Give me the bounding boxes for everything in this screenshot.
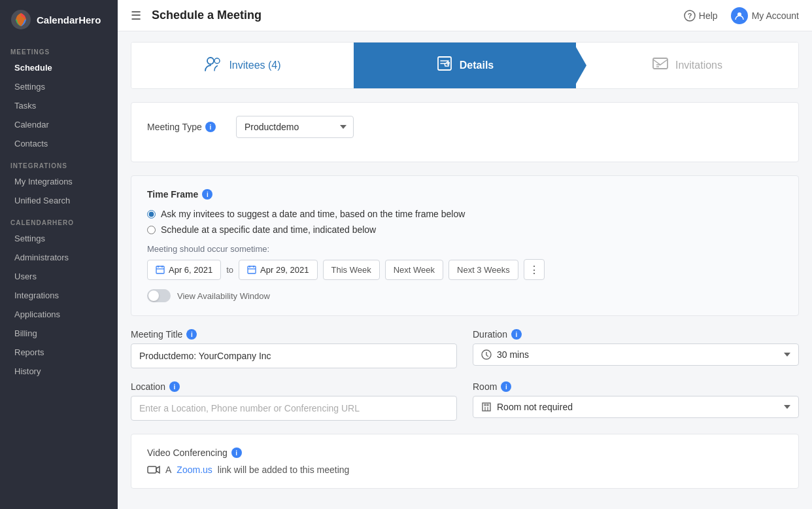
svg-rect-24	[484, 404, 486, 406]
radio-specific-time[interactable]: Schedule at a specific date and time, in…	[147, 224, 783, 235]
more-options-button[interactable]: ⋮	[524, 259, 545, 280]
sidebar-item-integrations[interactable]: Integrations	[0, 286, 118, 305]
topbar: ☰ Schedule a Meeting ? Help My Account	[118, 0, 812, 31]
calendar-icon-start	[156, 265, 165, 274]
meeting-type-section: Meeting Type i Productdemo Quick Chat Co…	[131, 102, 799, 162]
timeframe-sub-label: Meeting should occur sometime:	[147, 244, 783, 254]
timeframe-info-icon[interactable]: i	[202, 189, 212, 200]
date-range-row: Apr 6, 2021 to Apr 29, 2021 This Week Ne…	[147, 259, 783, 280]
sidebar: CalendarHero MEETINGS Schedule Settings …	[0, 0, 118, 509]
duration-select[interactable]: 15 mins 30 mins 45 mins 60 mins 90 mins	[497, 349, 779, 360]
duration-info-icon[interactable]: i	[511, 329, 522, 340]
radio-suggest-time[interactable]: Ask my invitees to suggest a date and ti…	[147, 209, 783, 219]
details-icon	[436, 55, 453, 76]
svg-rect-21	[482, 403, 490, 411]
next-week-button[interactable]: Next Week	[385, 260, 443, 280]
step-invitations[interactable]: Invitations	[576, 43, 798, 88]
this-week-button[interactable]: This Week	[323, 260, 380, 280]
video-conf-suffix: link will be added to this meeting	[218, 465, 350, 475]
sidebar-item-contacts[interactable]: Contacts	[0, 134, 118, 153]
location-input[interactable]	[131, 396, 457, 421]
room-label: Room i	[473, 381, 799, 392]
sidebar-item-applications[interactable]: Applications	[0, 305, 118, 324]
title-duration-row: Meeting Title i Duration i 15 mins 30 mi…	[131, 329, 799, 368]
svg-point-5	[214, 58, 220, 63]
sidebar-item-my-integrations[interactable]: My Integrations	[0, 172, 118, 191]
video-conf-label: Video Conferencing i	[147, 448, 783, 458]
logo-area: CalendarHero	[0, 0, 118, 39]
radio-suggest-input[interactable]	[147, 210, 156, 219]
svg-text:?: ?	[687, 12, 692, 20]
video-conf-info-icon[interactable]: i	[231, 448, 242, 458]
svg-rect-10	[156, 266, 164, 273]
account-label: My Account	[752, 10, 799, 21]
meeting-type-row: Meeting Type i Productdemo Quick Chat Co…	[147, 116, 783, 138]
invitees-icon	[204, 54, 222, 77]
invitations-icon	[652, 55, 669, 76]
meeting-title-info-icon[interactable]: i	[186, 329, 197, 340]
start-date-button[interactable]: Apr 6, 2021	[147, 260, 221, 280]
sidebar-item-tasks[interactable]: Tasks	[0, 96, 118, 115]
room-select-container[interactable]: Room not required Room 1 Room 2	[473, 396, 799, 418]
step-invitees[interactable]: Invitees (4)	[131, 43, 354, 88]
availability-toggle[interactable]	[147, 289, 171, 302]
meeting-type-info-icon[interactable]: i	[205, 122, 216, 132]
video-camera-icon	[147, 465, 160, 475]
duration-block: Duration i 15 mins 30 mins 45 mins 60 mi…	[473, 329, 799, 368]
step-invitees-label: Invitees (4)	[229, 60, 280, 71]
timeframe-title: Time Frame i	[147, 189, 783, 200]
meetings-section-label: MEETINGS	[0, 39, 118, 58]
sidebar-item-schedule[interactable]: Schedule	[0, 58, 118, 77]
svg-rect-14	[248, 266, 256, 273]
sidebar-item-users[interactable]: Users	[0, 267, 118, 286]
svg-rect-26	[148, 466, 156, 473]
svg-line-20	[486, 355, 488, 357]
zoom-link[interactable]: Zoom.us	[177, 465, 212, 475]
room-select[interactable]: Room not required Room 1 Room 2	[497, 402, 779, 412]
sidebar-item-administrators[interactable]: Administrators	[0, 248, 118, 267]
step-details[interactable]: Details	[354, 43, 576, 88]
date-to-label: to	[226, 265, 233, 275]
content-area: Invitees (4) Details	[118, 31, 812, 509]
end-date-button[interactable]: Apr 29, 2021	[239, 260, 317, 280]
calendar-icon-end	[247, 265, 256, 274]
step-invitations-label: Invitations	[675, 60, 722, 71]
meeting-title-input[interactable]	[131, 343, 457, 368]
meeting-type-select[interactable]: Productdemo Quick Chat Consultation Inte…	[236, 116, 354, 138]
availability-toggle-label: View Availability Window	[177, 291, 270, 301]
location-info-icon[interactable]: i	[169, 381, 180, 392]
video-conf-prefix: A	[165, 465, 171, 475]
step-details-label: Details	[460, 60, 494, 71]
building-icon	[481, 402, 492, 412]
clock-icon	[481, 349, 492, 360]
help-button[interactable]: ? Help	[684, 10, 718, 22]
sidebar-item-history[interactable]: History	[0, 362, 118, 381]
sidebar-item-unified-search[interactable]: Unified Search	[0, 191, 118, 210]
hamburger-icon[interactable]: ☰	[131, 9, 141, 23]
sidebar-item-calendar[interactable]: Calendar	[0, 115, 118, 134]
steps-bar: Invitees (4) Details	[131, 42, 799, 89]
person-icon	[735, 11, 744, 20]
logo-text: CalendarHero	[37, 14, 101, 26]
sidebar-item-settings[interactable]: Settings	[0, 77, 118, 96]
sidebar-item-reports[interactable]: Reports	[0, 343, 118, 362]
page-title: Schedule a Meeting	[152, 9, 684, 22]
sidebar-item-ch-settings[interactable]: Settings	[0, 229, 118, 248]
timeframe-section: Time Frame i Ask my invitees to suggest …	[131, 175, 799, 316]
duration-label: Duration i	[473, 329, 799, 340]
duration-select-container[interactable]: 15 mins 30 mins 45 mins 60 mins 90 mins	[473, 343, 799, 366]
account-button[interactable]: My Account	[731, 7, 799, 24]
radio-specific-input[interactable]	[147, 226, 156, 234]
location-room-row: Location i Room i Room not required Room…	[131, 381, 799, 421]
video-conf-row: A Zoom.us link will be added to this mee…	[147, 465, 783, 475]
video-conf-section: Video Conferencing i A Zoom.us link will…	[131, 434, 799, 489]
availability-toggle-row: View Availability Window	[147, 289, 783, 302]
integrations-section-label: INTEGRATIONS	[0, 153, 118, 172]
room-info-icon[interactable]: i	[501, 381, 511, 392]
room-block: Room i Room not required Room 1 Room 2	[473, 381, 799, 421]
location-label: Location i	[131, 381, 457, 392]
svg-point-4	[207, 58, 214, 64]
sidebar-item-billing[interactable]: Billing	[0, 324, 118, 343]
next-3-weeks-button[interactable]: Next 3 Weeks	[448, 260, 518, 280]
account-icon	[731, 7, 748, 24]
